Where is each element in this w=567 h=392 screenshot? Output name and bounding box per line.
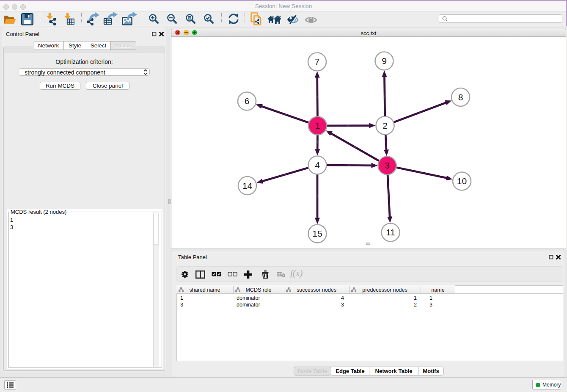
svg-text:14: 14 xyxy=(242,181,253,190)
svg-text:3: 3 xyxy=(385,160,390,170)
svg-text:7: 7 xyxy=(315,57,320,66)
svg-text:10: 10 xyxy=(457,176,467,186)
svg-text:8: 8 xyxy=(458,92,463,102)
svg-text:11: 11 xyxy=(386,227,395,237)
svg-text:6: 6 xyxy=(245,96,250,106)
svg-text:2: 2 xyxy=(383,121,388,130)
svg-text:1: 1 xyxy=(315,121,320,130)
svg-text:4: 4 xyxy=(315,160,320,170)
svg-text:15: 15 xyxy=(312,229,322,238)
svg-text:9: 9 xyxy=(382,56,387,66)
